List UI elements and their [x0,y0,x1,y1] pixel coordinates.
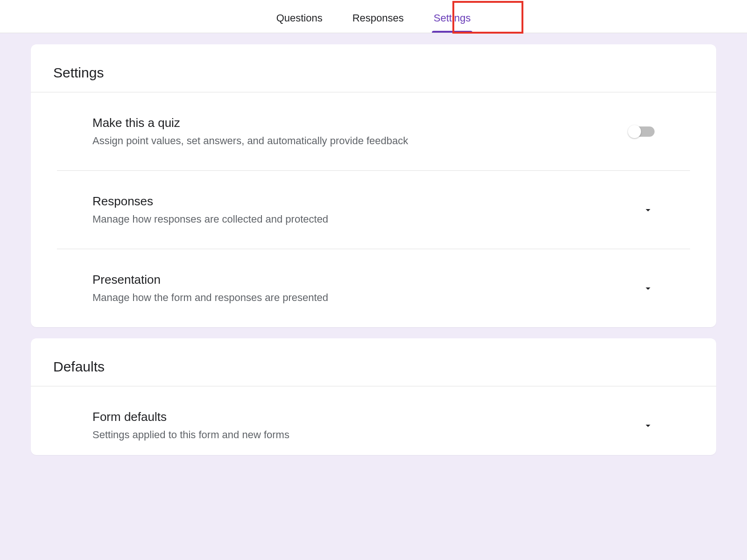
toggle-knob [628,125,641,138]
defaults-card: Defaults Form defaults Settings applied … [31,338,716,455]
form-defaults-text: Form defaults Settings applied to this f… [92,410,641,441]
responses-title: Responses [92,194,641,209]
settings-card-title: Settings [31,57,716,92]
form-defaults-section[interactable]: Form defaults Settings applied to this f… [57,386,690,455]
quiz-text: Make this a quiz Assign point values, se… [92,116,629,147]
settings-card: Settings Make this a quiz Assign point v… [31,44,716,327]
responses-text: Responses Manage how responses are colle… [92,194,641,225]
presentation-text: Presentation Manage how the form and res… [92,273,641,304]
quiz-toggle[interactable] [629,126,655,137]
presentation-section[interactable]: Presentation Manage how the form and res… [57,249,690,327]
content-area: Settings Make this a quiz Assign point v… [0,33,747,455]
quiz-section: Make this a quiz Assign point values, se… [57,92,690,171]
responses-section[interactable]: Responses Manage how responses are colle… [57,171,690,249]
presentation-title: Presentation [92,273,641,287]
presentation-desc: Manage how the form and responses are pr… [92,292,641,304]
form-defaults-desc: Settings applied to this form and new fo… [92,429,641,441]
tab-responses[interactable]: Responses [349,12,408,33]
chevron-down-icon[interactable] [641,419,655,432]
tab-settings[interactable]: Settings [430,12,475,33]
quiz-title: Make this a quiz [92,116,629,130]
quiz-desc: Assign point values, set answers, and au… [92,135,629,147]
form-defaults-title: Form defaults [92,410,641,424]
top-tabs: Questions Responses Settings [0,0,747,33]
tab-questions[interactable]: Questions [273,12,326,33]
defaults-card-title: Defaults [31,351,716,386]
responses-desc: Manage how responses are collected and p… [92,213,641,225]
chevron-down-icon[interactable] [641,203,655,217]
chevron-down-icon[interactable] [641,282,655,295]
